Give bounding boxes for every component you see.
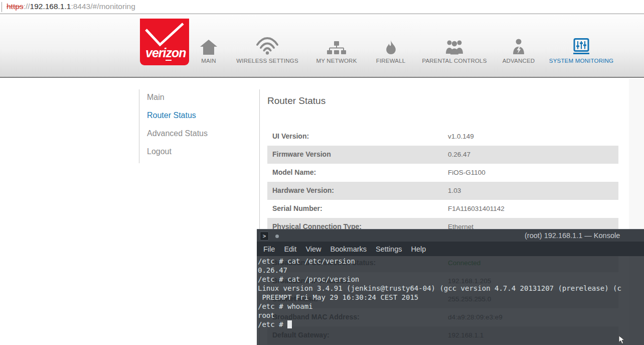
url-host: 192.168.1.1 xyxy=(30,2,71,11)
table-row: Model Name: FiOS-G1100 xyxy=(267,164,618,182)
wifi-icon xyxy=(230,32,305,55)
nav-item-wireless-settings[interactable]: WIRELESS SETTINGS xyxy=(230,32,305,67)
sidebar-item-logout[interactable]: Logout xyxy=(147,147,172,159)
terminal-line: /etc # whoami xyxy=(258,302,644,311)
url-separator: :// xyxy=(24,2,30,11)
sidebar-item-router-status[interactable]: Router Status xyxy=(147,111,196,123)
mouse-pointer-icon xyxy=(618,335,626,344)
terminal-line: root xyxy=(258,311,644,320)
app-header: verizon MAIN WIRELESS SETTINGS MY NETWOR… xyxy=(0,15,644,78)
terminal-line: 0.26.47 xyxy=(258,266,644,275)
menu-view[interactable]: View xyxy=(301,245,326,253)
monitor-bars-icon xyxy=(544,32,619,55)
table-row: Serial Number: F1A116031401142 xyxy=(267,200,618,218)
browser-url-bar[interactable]: https://192.168.1.1:8443/#/monitoring xyxy=(0,0,644,14)
menu-bookmarks[interactable]: Bookmarks xyxy=(326,245,372,253)
menu-file[interactable]: File xyxy=(259,245,279,253)
terminal-line: PREEMPT Fri May 29 16:30:24 CEST 2015 xyxy=(258,293,644,302)
menu-help[interactable]: Help xyxy=(406,245,430,253)
terminal-line: /etc # xyxy=(258,320,644,329)
menu-settings[interactable]: Settings xyxy=(371,245,406,253)
url-text[interactable]: https://192.168.1.1:8443/#/monitoring xyxy=(7,2,135,11)
terminal-line: /etc # cat /etc/version xyxy=(258,257,644,266)
table-row: Hardware Version: 1.03 xyxy=(267,182,618,200)
table-row: UI Version: v1.0.149 xyxy=(267,128,618,146)
table-row: Firmware Version 0.26.47 xyxy=(267,146,618,164)
sidebar-item-main[interactable]: Main xyxy=(147,93,165,105)
terminal-line: Linux version 3.4.91 (jenkins@trusty64-0… xyxy=(258,284,644,293)
text-caret xyxy=(2,2,2,12)
konsole-titlebar[interactable]: > (root) 192.168.1.1 — Konsole xyxy=(257,229,644,242)
terminal-output[interactable]: /etc # cat /etc/version0.26.47/etc # cat… xyxy=(257,256,644,345)
titlebar-dot-icon xyxy=(275,235,279,238)
page-title: Router Status xyxy=(267,95,326,106)
url-path: :8443/#/monitoring xyxy=(71,2,135,11)
nav-item-system-monitoring[interactable]: SYSTEM MONITORING xyxy=(544,32,619,67)
menu-edit[interactable]: Edit xyxy=(279,245,301,253)
konsole-menubar: FileEditViewBookmarksSettingsHelp xyxy=(257,242,644,256)
sidebar-divider xyxy=(139,89,139,163)
terminal-line: /etc # cat /proc/version xyxy=(258,275,644,284)
sidebar-item-advanced-status[interactable]: Advanced Status xyxy=(147,129,208,141)
konsole-app-icon[interactable]: > xyxy=(260,232,269,241)
terminal-cursor xyxy=(287,320,292,328)
konsole-window: > (root) 192.168.1.1 — Konsole FileEditV… xyxy=(257,229,644,345)
konsole-title: (root) 192.168.1.1 — Konsole xyxy=(525,232,620,240)
url-scheme: https xyxy=(7,2,24,11)
